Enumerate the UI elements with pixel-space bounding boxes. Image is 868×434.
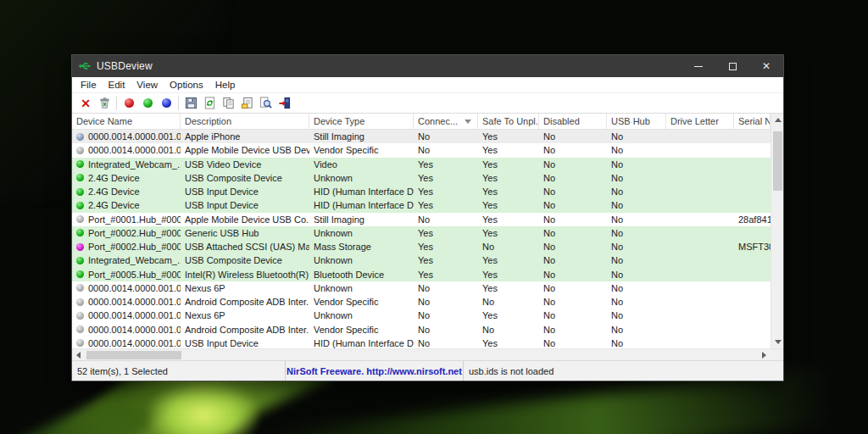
table-row[interactable]: 0000.0014.0000.001.00...Apple Mobile Dev… [72, 143, 771, 157]
table-row[interactable]: 2.4G DeviceUSB Input DeviceHID (Human In… [72, 185, 771, 198]
cell-text: 0000.0014.0000.001.00... [88, 338, 181, 348]
minimize-button[interactable] [682, 55, 715, 77]
table-row[interactable]: 0000.0014.0000.001.00...Android Composit… [72, 323, 771, 337]
vertical-scrollbar[interactable] [771, 114, 783, 348]
horizontal-scrollbar-thumb[interactable] [86, 351, 181, 359]
table-row[interactable]: 0000.0014.0000.001.00...Apple iPhoneStil… [72, 130, 771, 143]
window-title: USBDeview [97, 60, 153, 72]
cell-usb-hub: No [607, 323, 666, 337]
table-row[interactable]: 0000.0014.0000.001.00...Nexus 6PUnknownN… [72, 281, 771, 295]
column-header-disabled[interactable]: Disabled [539, 114, 607, 129]
cell-text: No [543, 283, 555, 293]
column-header-drive-letter[interactable]: Drive Letter [666, 114, 734, 129]
refresh-icon[interactable] [200, 95, 219, 112]
table-row[interactable]: 2.4G DeviceUSB Composite DeviceUnknownYe… [72, 171, 771, 185]
cell-text: No [611, 338, 623, 348]
cell-text: 2.4G Device [88, 200, 140, 210]
green-ball-icon[interactable] [138, 95, 157, 112]
vertical-scrollbar-thumb[interactable] [773, 131, 782, 191]
menu-item-file[interactable]: File [75, 77, 103, 92]
exit-icon[interactable] [275, 95, 293, 112]
cell-usb-hub: No [607, 226, 666, 240]
cell-text: No [543, 200, 555, 210]
cell-text: No [611, 325, 623, 335]
horizontal-scrollbar[interactable] [72, 348, 783, 360]
cell-text: Still Imaging [314, 131, 364, 142]
cell-drive-letter [666, 226, 734, 240]
column-header-connected[interactable]: Connec... [414, 114, 478, 129]
table-row[interactable]: 2.4G DeviceUSB Input DeviceHID (Human In… [72, 198, 771, 212]
cell-device-name: 0000.0014.0000.001.00... [72, 337, 181, 348]
scroll-left-button[interactable] [72, 349, 85, 360]
cell-connected: Yes [414, 268, 478, 281]
cell-description: USB Composite Device [181, 253, 309, 267]
cell-description: Apple iPhone [181, 130, 309, 143]
table-row[interactable]: Integrated_Webcam_...USB Video DeviceVid… [72, 158, 771, 171]
menu-item-edit[interactable]: Edit [103, 77, 131, 92]
cell-text: USB Video Device [185, 159, 261, 170]
copy-icon[interactable] [219, 95, 237, 112]
column-header-device-type[interactable]: Device Type [309, 114, 414, 129]
uninstall-trash-icon[interactable] [95, 95, 114, 112]
device-list: Device NameDescriptionDevice TypeConnec.… [72, 114, 783, 348]
cell-disabled: No [539, 268, 607, 281]
cell-usb-hub: No [607, 337, 666, 348]
cell-text: 0000.0014.0000.001.00... [88, 131, 181, 142]
column-header-safe-to-unplug[interactable]: Safe To Unpl... [478, 114, 539, 129]
table-row[interactable]: 0000.0014.0000.001.00...USB Input Device… [72, 337, 771, 348]
find-icon[interactable] [256, 95, 275, 112]
cell-text: 0000.0014.0000.001.00... [88, 310, 181, 320]
title-bar[interactable]: USBDeview ✕ [72, 55, 783, 77]
cell-serial-number: 28af841ec [734, 213, 771, 226]
cell-text: Mass Storage [314, 242, 371, 252]
table-row[interactable]: Port_#0001.Hub_#0001Apple Mobile Device … [72, 213, 771, 226]
cell-drive-letter [666, 240, 734, 253]
cell-text: Yes [482, 228, 498, 238]
table-row[interactable]: Integrated_Webcam_...USB Composite Devic… [72, 253, 771, 267]
scroll-up-button[interactable] [771, 114, 784, 126]
menu-item-view[interactable]: View [131, 77, 164, 92]
horizontal-scrollbar-track[interactable] [85, 349, 758, 360]
cell-safe-to-unplug: Yes [478, 281, 539, 295]
properties-icon[interactable] [237, 95, 256, 112]
cell-text: Apple Mobile Device USB Co... [185, 214, 309, 225]
cell-safe-to-unplug: Yes [478, 268, 539, 281]
cell-usb-hub: No [607, 143, 666, 157]
device-status-ball-icon [76, 339, 84, 347]
cell-usb-hub: No [607, 281, 666, 295]
cell-text: Bluetooth Device [314, 270, 384, 280]
table-row[interactable]: 0000.0014.0000.001.00...Android Composit… [72, 295, 771, 309]
blue-ball-icon[interactable] [157, 95, 175, 112]
device-status-ball-icon [76, 312, 84, 320]
disconnect-device-icon[interactable]: ✕ [76, 95, 95, 112]
cell-usb-hub: No [607, 295, 666, 309]
nirsoft-link[interactable]: NirSoft Freeware. http://www.nirsoft.net [286, 361, 464, 381]
table-row[interactable]: Port_#0002.Hub_#0002USB Attached SCSI (U… [72, 240, 771, 253]
table-row[interactable]: 0000.0014.0000.001.00...Nexus 6PUnknownN… [72, 309, 771, 322]
cell-description: Nexus 6P [181, 281, 309, 295]
column-header-description[interactable]: Description [181, 114, 309, 129]
close-button[interactable]: ✕ [749, 55, 783, 77]
scroll-down-button[interactable] [771, 336, 784, 348]
scroll-right-button[interactable] [758, 349, 771, 360]
table-row[interactable]: Port_#0002.Hub_#0001Generic USB HubUnkno… [72, 226, 771, 240]
arrow-right-icon [762, 352, 766, 359]
save-icon[interactable] [181, 95, 200, 112]
column-header-device-name[interactable]: Device Name [72, 114, 181, 129]
cell-text: 0000.0014.0000.001.00... [88, 145, 181, 155]
cell-usb-hub: No [607, 130, 666, 143]
cell-connected: No [414, 130, 478, 143]
table-row[interactable]: Port_#0005.Hub_#0001Intel(R) Wireless Bl… [72, 268, 771, 281]
cell-device-name: 2.4G Device [72, 198, 181, 212]
maximize-button[interactable] [715, 55, 749, 77]
cell-description: Nexus 6P [181, 309, 309, 322]
status-bar: 52 item(s), 1 Selected NirSoft Freeware.… [72, 360, 783, 381]
column-header-usb-hub[interactable]: USB Hub [607, 114, 666, 129]
menu-item-options[interactable]: Options [164, 77, 209, 92]
cell-text: No [418, 325, 430, 335]
cell-description: Generic USB Hub [181, 226, 309, 240]
column-header-serial-number[interactable]: Serial Nur [734, 114, 771, 129]
cell-connected: Yes [414, 226, 478, 240]
red-ball-icon[interactable] [120, 95, 138, 112]
menu-item-help[interactable]: Help [209, 77, 242, 92]
